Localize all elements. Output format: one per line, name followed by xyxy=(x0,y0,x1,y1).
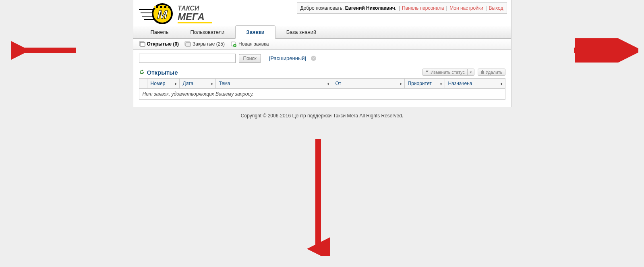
sub-nav: Открытые (0) Закрытые (25) Новая заявка xyxy=(133,39,511,50)
annotation-arrow-right xyxy=(570,38,638,63)
table-row: Нет заявок, удовлетворяющих Вашему запро… xyxy=(139,89,505,100)
bulk-actions: Изменить статус ▼ Удалить xyxy=(422,69,505,76)
col-date[interactable]: Дата♦ xyxy=(179,79,215,89)
logo-line2: МЕГА xyxy=(178,11,205,22)
col-from[interactable]: От♦ xyxy=(332,79,404,89)
caret-down-icon: ▼ xyxy=(469,71,472,74)
section-title-text: Открытые xyxy=(147,69,178,76)
subnav-open[interactable]: Открытые (0) xyxy=(139,41,179,47)
my-settings-link[interactable]: Мои настройки xyxy=(449,5,483,11)
svg-rect-8 xyxy=(178,22,212,23)
sort-icon: ♦ xyxy=(174,81,176,86)
tickets-table: Номер♦ Дата♦ Тема♦ От♦ Приоритет♦ Назнач… xyxy=(139,78,505,100)
welcome-bar: Добро пожаловать, Евгений Николаевич. | … xyxy=(297,2,507,14)
username: Евгений Николаевич xyxy=(345,5,395,11)
change-status-button[interactable]: Изменить статус xyxy=(422,69,467,76)
tab-users[interactable]: Пользователи xyxy=(179,25,235,38)
subnav-new-label: Новая заявка xyxy=(238,41,269,47)
new-ticket-icon xyxy=(230,41,237,47)
subnav-new-ticket[interactable]: Новая заявка xyxy=(230,41,269,47)
sort-icon: ♦ xyxy=(500,81,502,86)
change-status-label: Изменить статус xyxy=(431,70,465,75)
delete-button[interactable]: Удалить xyxy=(478,69,505,76)
flag-icon xyxy=(425,70,429,74)
tab-kb[interactable]: База знаний xyxy=(275,25,327,38)
content-area: Поиск [Расширенный] ? Открытые Изменить … xyxy=(133,50,511,107)
refresh-icon[interactable] xyxy=(139,69,145,75)
section-header: Открытые Изменить статус ▼ Удалить xyxy=(139,69,505,76)
sort-icon: ♦ xyxy=(211,81,213,86)
header: М ТАКСИ МЕГА Добро пожаловать, Евгений Н… xyxy=(133,0,511,26)
subnav-closed-label: Закрытые (25) xyxy=(193,41,225,47)
delete-label: Удалить xyxy=(486,70,503,75)
search-input[interactable] xyxy=(139,54,236,63)
empty-message: Нет заявок, удовлетворяющих Вашему запро… xyxy=(139,89,505,100)
sort-icon: ♦ xyxy=(327,81,329,86)
staff-panel-link[interactable]: Панель персонала xyxy=(402,5,444,11)
svg-rect-10 xyxy=(140,42,145,46)
tickets-open-icon xyxy=(139,41,145,47)
search-row: Поиск [Расширенный] ? xyxy=(139,54,505,63)
trash-icon xyxy=(480,70,485,74)
tab-dashboard[interactable]: Панель xyxy=(140,25,180,38)
help-icon[interactable]: ? xyxy=(311,56,316,61)
col-priority[interactable]: Приоритет♦ xyxy=(404,79,445,89)
tab-tickets[interactable]: Заявки xyxy=(235,25,275,39)
sort-icon: ♦ xyxy=(440,81,442,86)
col-subject[interactable]: Тема♦ xyxy=(215,79,332,89)
annotation-arrow-left xyxy=(11,38,80,63)
logo[interactable]: М ТАКСИ МЕГА xyxy=(137,2,230,25)
app-frame: М ТАКСИ МЕГА Добро пожаловать, Евгений Н… xyxy=(133,0,511,107)
tickets-closed-icon xyxy=(184,41,191,47)
advanced-search-link[interactable]: [Расширенный] xyxy=(269,55,306,61)
col-number[interactable]: Номер♦ xyxy=(147,79,179,89)
welcome-text: Добро пожаловать, xyxy=(300,5,344,11)
footer: Copyright © 2006-2016 Центр поддержки Та… xyxy=(0,107,644,124)
subnav-closed[interactable]: Закрытые (25) xyxy=(184,41,225,47)
main-nav: Панель Пользователи Заявки База знаний xyxy=(133,26,511,39)
svg-text:М: М xyxy=(157,8,168,21)
svg-rect-12 xyxy=(186,42,191,46)
subnav-open-label: Открытые (0) xyxy=(147,41,179,47)
change-status-dropdown[interactable]: ▼ xyxy=(467,69,474,76)
sort-icon: ♦ xyxy=(400,81,402,86)
section-title: Открытые xyxy=(139,69,178,76)
col-checkbox[interactable] xyxy=(139,79,147,89)
logout-link[interactable]: Выход xyxy=(489,5,503,11)
search-button[interactable]: Поиск xyxy=(239,54,261,63)
svg-rect-3 xyxy=(154,6,156,8)
logo-line1: ТАКСИ xyxy=(178,5,199,12)
col-assigned[interactable]: Назначена♦ xyxy=(445,79,505,89)
